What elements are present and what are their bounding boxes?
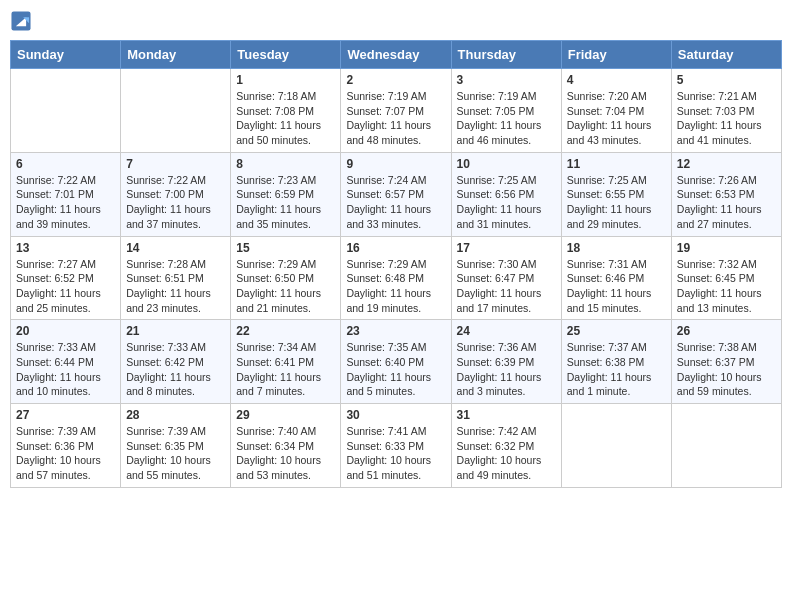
calendar-cell: 9Sunrise: 7:24 AM Sunset: 6:57 PM Daylig… (341, 152, 451, 236)
calendar-cell: 13Sunrise: 7:27 AM Sunset: 6:52 PM Dayli… (11, 236, 121, 320)
calendar-cell (121, 69, 231, 153)
day-number: 4 (567, 73, 666, 87)
cell-sunrise-sunset-text: Sunrise: 7:21 AM Sunset: 7:03 PM Dayligh… (677, 89, 776, 148)
day-number: 25 (567, 324, 666, 338)
calendar-cell: 14Sunrise: 7:28 AM Sunset: 6:51 PM Dayli… (121, 236, 231, 320)
cell-sunrise-sunset-text: Sunrise: 7:28 AM Sunset: 6:51 PM Dayligh… (126, 257, 225, 316)
day-number: 12 (677, 157, 776, 171)
page-header (10, 10, 782, 32)
cell-sunrise-sunset-text: Sunrise: 7:29 AM Sunset: 6:50 PM Dayligh… (236, 257, 335, 316)
logo (10, 10, 34, 32)
day-number: 5 (677, 73, 776, 87)
calendar-cell: 11Sunrise: 7:25 AM Sunset: 6:55 PM Dayli… (561, 152, 671, 236)
calendar-cell: 25Sunrise: 7:37 AM Sunset: 6:38 PM Dayli… (561, 320, 671, 404)
cell-sunrise-sunset-text: Sunrise: 7:24 AM Sunset: 6:57 PM Dayligh… (346, 173, 445, 232)
day-number: 2 (346, 73, 445, 87)
day-number: 29 (236, 408, 335, 422)
day-number: 31 (457, 408, 556, 422)
calendar-cell: 19Sunrise: 7:32 AM Sunset: 6:45 PM Dayli… (671, 236, 781, 320)
day-number: 6 (16, 157, 115, 171)
calendar-cell: 8Sunrise: 7:23 AM Sunset: 6:59 PM Daylig… (231, 152, 341, 236)
calendar-cell: 7Sunrise: 7:22 AM Sunset: 7:00 PM Daylig… (121, 152, 231, 236)
cell-sunrise-sunset-text: Sunrise: 7:25 AM Sunset: 6:56 PM Dayligh… (457, 173, 556, 232)
calendar-cell: 22Sunrise: 7:34 AM Sunset: 6:41 PM Dayli… (231, 320, 341, 404)
cell-sunrise-sunset-text: Sunrise: 7:36 AM Sunset: 6:39 PM Dayligh… (457, 340, 556, 399)
calendar-cell: 12Sunrise: 7:26 AM Sunset: 6:53 PM Dayli… (671, 152, 781, 236)
calendar-cell: 2Sunrise: 7:19 AM Sunset: 7:07 PM Daylig… (341, 69, 451, 153)
cell-sunrise-sunset-text: Sunrise: 7:38 AM Sunset: 6:37 PM Dayligh… (677, 340, 776, 399)
cell-sunrise-sunset-text: Sunrise: 7:18 AM Sunset: 7:08 PM Dayligh… (236, 89, 335, 148)
day-number: 11 (567, 157, 666, 171)
calendar-week-4: 20Sunrise: 7:33 AM Sunset: 6:44 PM Dayli… (11, 320, 782, 404)
calendar-cell: 5Sunrise: 7:21 AM Sunset: 7:03 PM Daylig… (671, 69, 781, 153)
calendar-cell: 31Sunrise: 7:42 AM Sunset: 6:32 PM Dayli… (451, 404, 561, 488)
day-number: 14 (126, 241, 225, 255)
calendar-cell: 3Sunrise: 7:19 AM Sunset: 7:05 PM Daylig… (451, 69, 561, 153)
calendar-week-5: 27Sunrise: 7:39 AM Sunset: 6:36 PM Dayli… (11, 404, 782, 488)
cell-sunrise-sunset-text: Sunrise: 7:33 AM Sunset: 6:42 PM Dayligh… (126, 340, 225, 399)
cell-sunrise-sunset-text: Sunrise: 7:42 AM Sunset: 6:32 PM Dayligh… (457, 424, 556, 483)
cell-sunrise-sunset-text: Sunrise: 7:41 AM Sunset: 6:33 PM Dayligh… (346, 424, 445, 483)
calendar-cell: 17Sunrise: 7:30 AM Sunset: 6:47 PM Dayli… (451, 236, 561, 320)
calendar-cell: 10Sunrise: 7:25 AM Sunset: 6:56 PM Dayli… (451, 152, 561, 236)
calendar-cell: 18Sunrise: 7:31 AM Sunset: 6:46 PM Dayli… (561, 236, 671, 320)
calendar-cell: 4Sunrise: 7:20 AM Sunset: 7:04 PM Daylig… (561, 69, 671, 153)
calendar-week-1: 1Sunrise: 7:18 AM Sunset: 7:08 PM Daylig… (11, 69, 782, 153)
calendar-header-row: SundayMondayTuesdayWednesdayThursdayFrid… (11, 41, 782, 69)
cell-sunrise-sunset-text: Sunrise: 7:29 AM Sunset: 6:48 PM Dayligh… (346, 257, 445, 316)
calendar-cell: 30Sunrise: 7:41 AM Sunset: 6:33 PM Dayli… (341, 404, 451, 488)
day-header-tuesday: Tuesday (231, 41, 341, 69)
cell-sunrise-sunset-text: Sunrise: 7:25 AM Sunset: 6:55 PM Dayligh… (567, 173, 666, 232)
cell-sunrise-sunset-text: Sunrise: 7:20 AM Sunset: 7:04 PM Dayligh… (567, 89, 666, 148)
cell-sunrise-sunset-text: Sunrise: 7:39 AM Sunset: 6:36 PM Dayligh… (16, 424, 115, 483)
cell-sunrise-sunset-text: Sunrise: 7:40 AM Sunset: 6:34 PM Dayligh… (236, 424, 335, 483)
day-header-monday: Monday (121, 41, 231, 69)
day-header-thursday: Thursday (451, 41, 561, 69)
cell-sunrise-sunset-text: Sunrise: 7:39 AM Sunset: 6:35 PM Dayligh… (126, 424, 225, 483)
day-number: 23 (346, 324, 445, 338)
day-number: 1 (236, 73, 335, 87)
cell-sunrise-sunset-text: Sunrise: 7:37 AM Sunset: 6:38 PM Dayligh… (567, 340, 666, 399)
day-number: 9 (346, 157, 445, 171)
day-header-wednesday: Wednesday (341, 41, 451, 69)
day-number: 16 (346, 241, 445, 255)
calendar-cell: 6Sunrise: 7:22 AM Sunset: 7:01 PM Daylig… (11, 152, 121, 236)
day-number: 15 (236, 241, 335, 255)
day-header-friday: Friday (561, 41, 671, 69)
calendar-cell: 24Sunrise: 7:36 AM Sunset: 6:39 PM Dayli… (451, 320, 561, 404)
day-number: 10 (457, 157, 556, 171)
day-number: 19 (677, 241, 776, 255)
calendar-cell: 27Sunrise: 7:39 AM Sunset: 6:36 PM Dayli… (11, 404, 121, 488)
day-number: 24 (457, 324, 556, 338)
calendar-cell: 29Sunrise: 7:40 AM Sunset: 6:34 PM Dayli… (231, 404, 341, 488)
calendar-cell (671, 404, 781, 488)
day-number: 21 (126, 324, 225, 338)
calendar-cell: 21Sunrise: 7:33 AM Sunset: 6:42 PM Dayli… (121, 320, 231, 404)
cell-sunrise-sunset-text: Sunrise: 7:35 AM Sunset: 6:40 PM Dayligh… (346, 340, 445, 399)
calendar-cell: 16Sunrise: 7:29 AM Sunset: 6:48 PM Dayli… (341, 236, 451, 320)
cell-sunrise-sunset-text: Sunrise: 7:19 AM Sunset: 7:05 PM Dayligh… (457, 89, 556, 148)
day-number: 3 (457, 73, 556, 87)
calendar-week-3: 13Sunrise: 7:27 AM Sunset: 6:52 PM Dayli… (11, 236, 782, 320)
calendar-table: SundayMondayTuesdayWednesdayThursdayFrid… (10, 40, 782, 488)
cell-sunrise-sunset-text: Sunrise: 7:26 AM Sunset: 6:53 PM Dayligh… (677, 173, 776, 232)
day-number: 8 (236, 157, 335, 171)
day-number: 20 (16, 324, 115, 338)
logo-icon (10, 10, 32, 32)
cell-sunrise-sunset-text: Sunrise: 7:33 AM Sunset: 6:44 PM Dayligh… (16, 340, 115, 399)
cell-sunrise-sunset-text: Sunrise: 7:22 AM Sunset: 7:01 PM Dayligh… (16, 173, 115, 232)
calendar-cell: 28Sunrise: 7:39 AM Sunset: 6:35 PM Dayli… (121, 404, 231, 488)
day-number: 13 (16, 241, 115, 255)
day-number: 27 (16, 408, 115, 422)
calendar-cell: 15Sunrise: 7:29 AM Sunset: 6:50 PM Dayli… (231, 236, 341, 320)
day-number: 30 (346, 408, 445, 422)
calendar-cell: 23Sunrise: 7:35 AM Sunset: 6:40 PM Dayli… (341, 320, 451, 404)
cell-sunrise-sunset-text: Sunrise: 7:31 AM Sunset: 6:46 PM Dayligh… (567, 257, 666, 316)
calendar-cell: 20Sunrise: 7:33 AM Sunset: 6:44 PM Dayli… (11, 320, 121, 404)
day-number: 28 (126, 408, 225, 422)
day-number: 26 (677, 324, 776, 338)
cell-sunrise-sunset-text: Sunrise: 7:34 AM Sunset: 6:41 PM Dayligh… (236, 340, 335, 399)
calendar-cell (11, 69, 121, 153)
cell-sunrise-sunset-text: Sunrise: 7:32 AM Sunset: 6:45 PM Dayligh… (677, 257, 776, 316)
calendar-cell: 26Sunrise: 7:38 AM Sunset: 6:37 PM Dayli… (671, 320, 781, 404)
